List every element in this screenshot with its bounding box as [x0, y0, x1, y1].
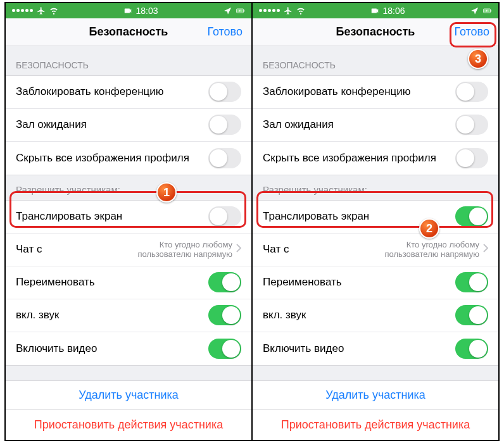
row-label: Чат с — [16, 243, 131, 256]
toggle-rename[interactable] — [455, 272, 488, 292]
nav-title: Безопасность — [336, 25, 415, 39]
suspend-participant-button[interactable]: Приостановить действия участника — [6, 409, 251, 440]
row-label: Заблокировать конференцию — [263, 85, 455, 98]
suspend-participant-button[interactable]: Приостановить действия участника — [253, 409, 498, 440]
done-button[interactable]: Готово — [454, 25, 489, 39]
battery-icon — [483, 6, 492, 15]
phone-left: 18:03 Безопасность Готово БЕЗОПАСНОСТЬ З… — [6, 3, 251, 440]
row-detail: Кто угодно любому пользователю напрямую — [378, 240, 479, 259]
nav-title: Безопасность — [89, 25, 168, 39]
chevron-right-icon — [236, 244, 241, 255]
toggle-hide-profiles[interactable] — [208, 148, 241, 168]
row-label: Переименовать — [16, 276, 208, 289]
row-share-screen[interactable]: Транслировать экран — [253, 201, 498, 234]
toggle-waiting-room[interactable] — [208, 115, 241, 135]
remove-participant-button[interactable]: Удалить участника — [253, 380, 498, 411]
battery-icon — [236, 6, 245, 15]
row-detail: Кто угодно любому пользователю напрямую — [131, 240, 232, 259]
row-label: Транслировать экран — [16, 210, 208, 223]
location-icon — [224, 6, 232, 15]
row-waiting-room[interactable]: Зал ожидания — [6, 109, 251, 142]
toggle-video[interactable] — [208, 339, 241, 359]
row-unmute[interactable]: вкл. звук — [253, 299, 498, 332]
signal-dots-icon — [259, 9, 280, 12]
toggle-share-screen[interactable] — [455, 206, 488, 227]
row-label: Переименовать — [263, 276, 455, 289]
row-hide-profiles[interactable]: Скрыть все изображения профиля — [253, 142, 498, 175]
toggle-unmute[interactable] — [455, 305, 488, 325]
row-label: Заблокировать конференцию — [16, 85, 208, 98]
toggle-lock[interactable] — [455, 82, 488, 102]
phone-right: 18:06 Безопасность Готово БЕЗОПАСНОСТЬ З… — [253, 3, 498, 440]
toggle-lock[interactable] — [208, 82, 241, 102]
row-label: Скрыть все изображения профиля — [16, 152, 208, 165]
camera-icon — [370, 6, 379, 15]
wifi-icon — [296, 6, 305, 15]
airplane-icon — [37, 6, 46, 15]
row-label: вкл. звук — [263, 309, 455, 321]
step-badge-1: 1 — [156, 182, 177, 203]
row-rename[interactable]: Переименовать — [6, 266, 251, 299]
row-label: Зал ожидания — [16, 118, 208, 131]
row-unmute[interactable]: вкл. звук — [6, 299, 251, 332]
toggle-share-screen[interactable] — [208, 206, 241, 227]
status-time: 18:03 — [135, 6, 158, 16]
chevron-right-icon — [483, 244, 488, 255]
status-time: 18:06 — [382, 6, 405, 16]
row-label: Включить видео — [263, 342, 455, 355]
step-badge-2: 2 — [419, 218, 439, 239]
remove-participant-button[interactable]: Удалить участника — [6, 380, 251, 411]
section-security-label: БЕЗОПАСНОСТЬ — [6, 46, 251, 75]
row-lock-meeting[interactable]: Заблокировать конференцию — [253, 76, 498, 109]
row-label: Скрыть все изображения профиля — [263, 152, 455, 165]
toggle-rename[interactable] — [208, 272, 241, 292]
toggle-video[interactable] — [455, 339, 488, 359]
toggle-unmute[interactable] — [208, 305, 241, 325]
location-icon — [470, 6, 479, 15]
toggle-hide-profiles[interactable] — [455, 148, 488, 168]
row-waiting-room[interactable]: Зал ожидания — [253, 109, 498, 142]
nav-bar: Безопасность Готово — [6, 18, 251, 46]
toggle-waiting-room[interactable] — [455, 115, 488, 135]
section-security-label: БЕЗОПАСНОСТЬ — [253, 46, 498, 75]
airplane-icon — [284, 6, 293, 15]
nav-bar: Безопасность Готово — [253, 18, 498, 46]
svg-rect-5 — [491, 9, 491, 11]
row-chat[interactable]: Чат с Кто угодно любому пользователю нап… — [253, 234, 498, 266]
row-label: Чат с — [263, 243, 378, 256]
row-share-screen[interactable]: Транслировать экран — [6, 201, 251, 234]
status-bar: 18:06 — [253, 3, 498, 18]
section-allow-label: Разрешить участникам: — [253, 175, 498, 200]
signal-dots-icon — [12, 9, 33, 12]
row-chat[interactable]: Чат с Кто угодно любому пользователю нап… — [6, 234, 251, 266]
status-bar: 18:03 — [6, 3, 251, 18]
section-allow-label: Разрешить участникам: — [6, 175, 251, 200]
step-badge-3: 3 — [468, 49, 488, 69]
done-button[interactable]: Готово — [207, 25, 243, 39]
row-label: Включить видео — [16, 342, 208, 355]
svg-rect-2 — [244, 9, 244, 11]
row-label: вкл. звук — [16, 309, 208, 321]
camera-icon — [123, 6, 132, 15]
row-lock-meeting[interactable]: Заблокировать конференцию — [6, 76, 251, 109]
row-video[interactable]: Включить видео — [253, 332, 498, 365]
row-label: Зал ожидания — [263, 118, 455, 131]
row-video[interactable]: Включить видео — [6, 332, 251, 365]
wifi-icon — [49, 6, 58, 15]
row-hide-profiles[interactable]: Скрыть все изображения профиля — [6, 142, 251, 175]
row-rename[interactable]: Переименовать — [253, 266, 498, 299]
